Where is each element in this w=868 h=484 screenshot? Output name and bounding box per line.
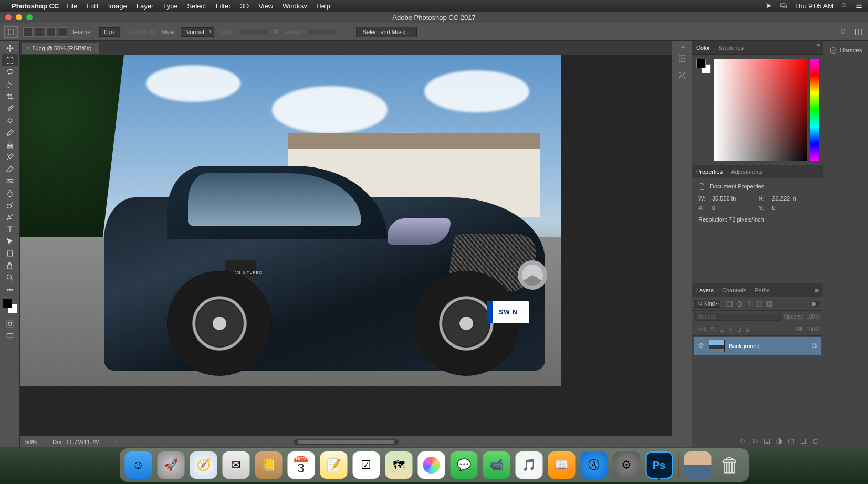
close-tab-icon[interactable]: × bbox=[26, 45, 29, 51]
menu-file[interactable]: File bbox=[66, 2, 77, 10]
dock-desktop-preview[interactable] bbox=[684, 451, 711, 479]
menu-type[interactable]: Type bbox=[163, 2, 177, 10]
dock-notes[interactable]: 📝 bbox=[320, 451, 347, 479]
shape-tool[interactable] bbox=[2, 247, 18, 259]
layers-tab[interactable]: Layers bbox=[696, 287, 714, 293]
lock-position-icon[interactable] bbox=[727, 327, 734, 333]
gradient-tool[interactable] bbox=[2, 175, 18, 187]
history-brush-tool[interactable] bbox=[2, 151, 18, 163]
layer-group-icon[interactable] bbox=[788, 438, 794, 445]
menu-filter[interactable]: Filter bbox=[216, 2, 231, 10]
layer-name[interactable]: Background bbox=[729, 343, 760, 349]
layer-fx-icon[interactable] bbox=[751, 438, 758, 445]
eraser-tool[interactable] bbox=[2, 163, 18, 175]
path-select-tool[interactable] bbox=[2, 235, 18, 247]
fill-value[interactable]: 100% bbox=[806, 327, 820, 332]
search-icon[interactable] bbox=[839, 27, 849, 37]
character-panel-icon[interactable] bbox=[675, 68, 689, 83]
horizontal-scrollbar[interactable] bbox=[294, 439, 399, 445]
delete-layer-icon[interactable] bbox=[812, 438, 819, 445]
app-name[interactable]: Photoshop CC bbox=[12, 2, 59, 10]
history-panel-icon[interactable] bbox=[675, 51, 689, 66]
filter-shape-icon[interactable] bbox=[756, 300, 763, 308]
lock-image-icon[interactable] bbox=[719, 327, 725, 333]
current-tool-icon[interactable] bbox=[4, 26, 18, 38]
move-tool[interactable] bbox=[2, 42, 18, 54]
select-and-mask-button[interactable]: Select and Mask... bbox=[356, 27, 417, 37]
menu-image[interactable]: Image bbox=[108, 2, 127, 10]
blur-tool[interactable] bbox=[2, 187, 18, 199]
eyedropper-tool[interactable] bbox=[2, 102, 18, 114]
stamp-tool[interactable] bbox=[2, 139, 18, 151]
layer-thumbnail[interactable] bbox=[709, 340, 725, 352]
canvas-viewport[interactable]: V8 BITURBO SW N bbox=[20, 55, 672, 436]
dock-contacts[interactable]: 📒 bbox=[255, 451, 282, 479]
style-dropdown[interactable]: Normal bbox=[181, 27, 214, 37]
menu-window[interactable]: Window bbox=[283, 2, 307, 10]
dock-launchpad[interactable]: 🚀 bbox=[157, 451, 184, 479]
layer-lock-icon[interactable] bbox=[811, 342, 818, 350]
dock-ibooks[interactable]: 📖 bbox=[548, 451, 575, 479]
dock-calendar[interactable]: NOV3 bbox=[287, 451, 315, 479]
lock-transparency-icon[interactable] bbox=[710, 327, 717, 333]
dock-facetime[interactable]: 📹 bbox=[483, 451, 510, 479]
dock-mail[interactable]: ✉ bbox=[222, 451, 249, 479]
paths-tab[interactable]: Paths bbox=[755, 287, 770, 293]
properties-tab[interactable]: Properties bbox=[696, 169, 723, 175]
brush-tool[interactable] bbox=[2, 127, 18, 139]
dock-trash[interactable]: 🗑 bbox=[716, 451, 744, 479]
dock-messages[interactable]: 💬 bbox=[450, 451, 477, 479]
lasso-tool[interactable] bbox=[2, 66, 18, 78]
quick-mask-tool[interactable] bbox=[2, 318, 18, 330]
dock-photos[interactable] bbox=[417, 451, 445, 479]
dock-finder[interactable]: ☺ bbox=[124, 451, 152, 479]
canvas[interactable]: V8 BITURBO SW N bbox=[20, 55, 561, 386]
layer-background[interactable]: Background bbox=[694, 337, 821, 355]
type-tool[interactable] bbox=[2, 223, 18, 235]
dock-itunes[interactable]: 🎵 bbox=[515, 451, 542, 479]
filter-toggle[interactable] bbox=[811, 301, 820, 307]
window-close-button[interactable] bbox=[5, 14, 12, 20]
swatches-tab[interactable]: Swatches bbox=[718, 45, 744, 51]
menubar-clock[interactable]: Thu 9:05 AM bbox=[794, 2, 833, 10]
saturation-picker[interactable] bbox=[714, 59, 807, 161]
color-swatches[interactable] bbox=[696, 59, 711, 73]
new-layer-icon[interactable] bbox=[800, 438, 807, 445]
zoom-level[interactable]: 50% bbox=[25, 439, 37, 445]
window-minimize-button[interactable] bbox=[16, 14, 22, 20]
hue-slider[interactable] bbox=[810, 59, 819, 161]
layer-mask-icon[interactable] bbox=[764, 438, 770, 445]
adjustments-tab[interactable]: Adjustments bbox=[731, 169, 763, 175]
edit-toolbar[interactable] bbox=[2, 283, 18, 296]
workspace-icon[interactable] bbox=[853, 27, 864, 37]
lock-all-icon[interactable] bbox=[744, 327, 750, 333]
menu-help[interactable]: Help bbox=[316, 2, 330, 10]
menu-list-icon[interactable] bbox=[855, 2, 863, 9]
window-zoom-button[interactable] bbox=[26, 14, 33, 20]
color-tab[interactable]: Color bbox=[696, 45, 710, 51]
layers-panel-menu-icon[interactable]: ≡ bbox=[815, 287, 819, 293]
feather-input[interactable]: 0 px bbox=[99, 27, 120, 37]
selection-mode-icons[interactable] bbox=[23, 27, 67, 37]
foreground-background-colors[interactable] bbox=[3, 299, 17, 313]
dock-preferences[interactable]: ⚙ bbox=[613, 451, 640, 479]
displays-icon[interactable] bbox=[780, 2, 787, 9]
marquee-tool[interactable] bbox=[2, 54, 18, 66]
screen-mode-tool[interactable] bbox=[2, 330, 18, 342]
filter-adjust-icon[interactable] bbox=[736, 300, 743, 308]
properties-panel-menu-icon[interactable]: ≡ bbox=[815, 169, 819, 175]
crop-tool[interactable] bbox=[2, 90, 18, 102]
opacity-value[interactable]: 100% bbox=[806, 314, 820, 320]
spotlight-icon[interactable] bbox=[841, 2, 848, 9]
filter-type-icon[interactable] bbox=[746, 300, 753, 308]
lock-artboard-icon[interactable] bbox=[736, 327, 742, 333]
notification-icon[interactable] bbox=[765, 2, 772, 9]
filter-pixel-icon[interactable] bbox=[726, 300, 733, 308]
menu-select[interactable]: Select bbox=[187, 2, 206, 10]
hand-tool[interactable] bbox=[2, 259, 18, 271]
link-layers-icon[interactable] bbox=[739, 438, 746, 445]
dock-safari[interactable]: 🧭 bbox=[190, 451, 217, 479]
blend-mode-dropdown[interactable]: Normal bbox=[695, 313, 781, 321]
layer-filter-kind[interactable]: Kind▾ bbox=[695, 300, 720, 308]
layer-visibility-icon[interactable] bbox=[697, 342, 705, 350]
